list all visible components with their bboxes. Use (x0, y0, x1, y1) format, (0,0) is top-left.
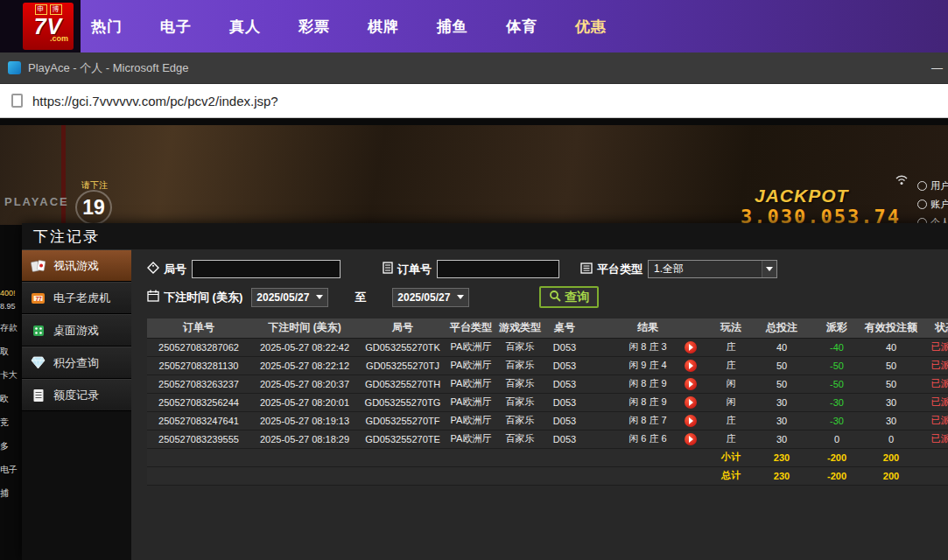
cell-total: 50 (751, 374, 812, 393)
col-header-10: 派彩 (812, 318, 861, 338)
order-input[interactable] (437, 260, 559, 278)
site-logo[interactable]: 申 博 7V .com (23, 3, 74, 50)
replay-button[interactable] (685, 396, 697, 409)
sidebar-item-2[interactable]: 77电子老虎机 (22, 282, 131, 314)
sum-valid: 200 (861, 448, 921, 466)
date-from-picker[interactable]: 2025/05/27 (251, 288, 328, 307)
dock-item[interactable]: 欧 (0, 393, 22, 405)
nav-item-2[interactable]: 电子 (160, 17, 192, 37)
col-header-11: 有效投注额 (861, 318, 921, 338)
cell-payout: -50 (812, 356, 861, 374)
nav-item-4[interactable]: 彩票 (298, 17, 330, 37)
sum-empty (495, 448, 544, 466)
cell-round: GD053255270TE (359, 430, 446, 448)
col-header-9: 总投注 (751, 318, 812, 338)
sum-valid: 200 (861, 466, 921, 485)
result-cell: 闲 8 庄 9 (585, 374, 711, 393)
dock-item[interactable]: 卡大 (0, 369, 22, 382)
cell-order: 250527083256244 (147, 393, 250, 411)
sidebar-item-1[interactable]: 视讯游戏 (22, 249, 131, 282)
nav-item-8[interactable]: 优惠 (575, 17, 607, 37)
nav-item-6[interactable]: 捕鱼 (437, 17, 468, 37)
cards-icon (30, 258, 46, 273)
cell-play: 闲 (711, 374, 751, 393)
sum-payout: -200 (812, 448, 861, 466)
time-label-group: 下注时间 (美东) (147, 290, 242, 305)
sum-empty (446, 448, 495, 466)
modal-body: 视讯游戏77电子老虎机桌面游戏积分查询额度记录 局号 (22, 249, 948, 560)
sum-total: 230 (751, 448, 812, 466)
cell-order: 250527083281130 (147, 356, 250, 374)
col-header-7: 结果 (585, 318, 711, 338)
list-icon (580, 262, 593, 276)
dock-item[interactable]: 取 (0, 346, 22, 358)
replay-button[interactable] (685, 360, 697, 372)
cell-valid: 30 (861, 393, 921, 411)
cell-round: GD053255270TH (359, 374, 446, 393)
sum-empty (921, 466, 948, 485)
modal-sidebar: 视讯游戏77电子老虎机桌面游戏积分查询额度记录 (22, 249, 131, 560)
cell-total: 30 (751, 411, 812, 430)
cell-table_no: D053 (544, 338, 585, 356)
dock-item[interactable]: 竞 (0, 416, 22, 429)
betting-records-modal: 下注记录 视讯游戏77电子老虎机桌面游戏积分查询额度记录 局号 (22, 223, 948, 560)
replay-button[interactable] (685, 341, 697, 354)
address-bar: https://gci.7vvvvvv.com/pc/pcv2/index.js… (0, 84, 948, 118)
date-to-picker[interactable]: 2025/05/27 (392, 288, 469, 307)
replay-button[interactable] (685, 378, 697, 390)
filter-row-2: 下注时间 (美东) 2025/05/27 至 2025/05/27 (147, 286, 948, 308)
cell-platform: PA欧洲厅 (446, 393, 495, 411)
calendar-icon (147, 290, 159, 304)
record-row: 2505270832395552025-05-27 08:18:29GD0532… (147, 430, 948, 448)
col-header-8: 玩法 (711, 318, 751, 338)
nav-item-5[interactable]: 棋牌 (368, 17, 399, 37)
cell-round: GD053255270TG (359, 393, 446, 411)
round-input[interactable] (192, 260, 341, 278)
result-text: 闲 8 庄 3 (628, 341, 666, 352)
sum-empty (544, 466, 585, 485)
bg-menu-label: 用户 (930, 179, 948, 192)
search-button[interactable]: 查询 (539, 286, 599, 308)
result-cell: 闲 8 庄 7 (585, 411, 711, 430)
dock-item[interactable]: 捕 (0, 487, 22, 500)
dock-item[interactable]: 8.95 (0, 302, 22, 311)
bg-menu-item[interactable]: 账户 (917, 198, 948, 211)
sidebar-item-4[interactable]: 积分查询 (22, 346, 131, 379)
playace-watermark: PLAYACE (4, 195, 69, 208)
dock-item[interactable]: 400! (0, 289, 22, 298)
time-label: 下注时间 (美东) (164, 290, 242, 305)
cell-status: 已派彩 (921, 338, 948, 356)
cell-payout: -30 (812, 411, 861, 430)
dock-item[interactable]: 多 (0, 440, 22, 452)
result-cell: 闲 8 庄 3 (585, 338, 711, 356)
cell-play: 庄 (711, 411, 751, 430)
cell-payout: 0 (812, 430, 861, 448)
replay-button[interactable] (685, 415, 697, 427)
filter-row-1: 局号 订单号 平台类型 (147, 260, 948, 278)
cell-payout: -30 (812, 393, 861, 411)
nav-item-7[interactable]: 体育 (506, 17, 537, 37)
sum-total: 230 (751, 466, 812, 485)
bg-menu-item[interactable]: 用户 (917, 179, 948, 192)
dock-item[interactable]: 存款 (0, 322, 22, 334)
platform-label-group: 平台类型 (580, 262, 643, 277)
sidebar-item-3[interactable]: 桌面游戏 (22, 314, 131, 346)
dock-item[interactable]: 电子 (0, 464, 22, 476)
platform-type-select[interactable]: 1.全部 (648, 260, 777, 278)
jackpot-label: JACKPOT (755, 186, 848, 206)
sum-empty (359, 448, 446, 466)
record-row: 2505270832476412025-05-27 08:19:13GD0532… (147, 411, 948, 430)
cell-platform: PA欧洲厅 (446, 411, 495, 430)
cell-time: 2025-05-27 08:18:29 (250, 430, 359, 448)
cell-status: 已派彩 (921, 411, 948, 430)
replay-button[interactable] (685, 433, 697, 445)
platform-selected-value: 1.全部 (654, 262, 684, 276)
nav-item-1[interactable]: 热门 (91, 17, 123, 37)
minimize-button[interactable]: — (928, 52, 946, 83)
url-text[interactable]: https://gci.7vvvvvv.com/pc/pcv2/index.js… (32, 94, 278, 108)
left-dock: 400!8.95存款取卡大欧竞多电子捕 (0, 289, 22, 500)
nav-item-3[interactable]: 真人 (229, 17, 261, 37)
sidebar-item-5[interactable]: 额度记录 (22, 379, 131, 411)
cell-total: 30 (751, 430, 812, 448)
dice-icon (30, 323, 46, 338)
